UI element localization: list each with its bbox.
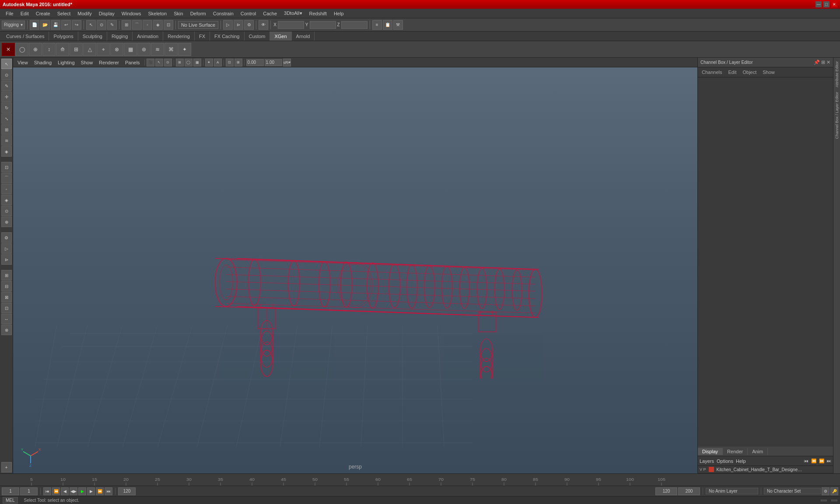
paint-tool[interactable]: ✎ [1, 80, 12, 91]
shelf-tab-fxcaching[interactable]: FX Caching [210, 32, 244, 41]
render-settings-left[interactable]: ⚙ [1, 232, 12, 243]
select-tool[interactable]: ↖ [1, 59, 12, 69]
undo-btn[interactable]: ↩ [61, 20, 71, 30]
menu-constrain[interactable]: Constrain [210, 10, 237, 17]
rotate-tool[interactable]: ↻ [1, 102, 12, 113]
menu-file[interactable]: File [3, 10, 17, 17]
dr-tab-anim[interactable]: Anim [748, 448, 768, 455]
start-frame-input[interactable]: 1 [2, 487, 19, 495]
shelf-icon-6[interactable]: ⊞ [70, 43, 83, 56]
shelf-icon-9[interactable]: ⊗ [110, 43, 123, 56]
quick-layout-3[interactable]: ⊠ [1, 292, 12, 302]
select-tool-btn[interactable]: ↖ [86, 20, 96, 30]
new-scene-btn[interactable]: 📄 [30, 20, 39, 30]
status-field-1[interactable] [821, 500, 827, 501]
channel-box-pin[interactable]: 📌 [814, 60, 820, 65]
shelf-tab-rendering[interactable]: Rendering [163, 32, 195, 41]
vp-menu-show[interactable]: Show [78, 60, 96, 66]
scale-tool[interactable]: ⤡ [1, 113, 12, 124]
paint-select-btn[interactable]: ✎ [107, 20, 117, 30]
vp-btn-texture[interactable]: ▦ [193, 59, 201, 66]
vp-btn-grid[interactable]: ⊞ [234, 59, 242, 66]
menu-skeleton[interactable]: Skeleton [145, 10, 170, 17]
shelf-icon-14[interactable]: ✦ [178, 43, 191, 56]
shelf-icon-10[interactable]: ▦ [124, 43, 137, 56]
gamma-value-2[interactable]: 1.00 [265, 59, 282, 66]
hypergraph[interactable]: ⊗ [1, 325, 12, 335]
save-scene-btn[interactable]: 💾 [51, 20, 60, 30]
go-to-end-btn[interactable]: ⏭ [105, 487, 112, 495]
more-tools[interactable]: + [1, 462, 12, 472]
layer-nav-next[interactable]: ⏩ [819, 458, 824, 463]
timeline-ruler[interactable]: 5 10 15 20 25 30 35 40 45 [0, 474, 840, 486]
anim-layer-dropdown[interactable]: No Anim Layer [706, 488, 758, 494]
shelf-icon-3[interactable]: ⊕ [29, 43, 42, 56]
shelf-tab-animation[interactable]: Animation [133, 32, 163, 41]
snap-point-left[interactable]: ◦ [1, 184, 12, 194]
dr-tab-render[interactable]: Render [723, 448, 748, 455]
vp-menu-panels[interactable]: Panels [122, 60, 143, 66]
layer-nav-end[interactable]: ⏭ [827, 458, 831, 463]
shelf-icon-13[interactable]: ⌘ [164, 43, 178, 56]
options-label[interactable]: Options [717, 458, 733, 464]
menu-create[interactable]: Create [33, 10, 53, 17]
shelf-icon-1[interactable]: ✕ [2, 43, 15, 56]
vp-btn-xray[interactable]: ✦ [205, 59, 213, 66]
shelf-tab-arnold[interactable]: Arnold [292, 32, 315, 41]
z-axis-input[interactable] [341, 21, 368, 29]
vp-menu-renderer[interactable]: Renderer [96, 60, 122, 66]
ipr-left[interactable]: ⊳ [1, 254, 12, 265]
universal-manipulator[interactable]: ⊞ [1, 124, 12, 135]
vp-btn-smooth[interactable]: ◯ [185, 59, 192, 66]
gamma-value-1[interactable]: 0.00 [246, 59, 264, 66]
script-mode-selector[interactable]: MEL [3, 497, 18, 504]
shelf-icon-5[interactable]: ⟰ [56, 43, 69, 56]
menu-edit[interactable]: Edit [18, 10, 32, 17]
vp-btn-camera[interactable]: 🎥 [147, 59, 154, 66]
ch-tab-channels[interactable]: Channels [700, 69, 723, 75]
vp-menu-shading[interactable]: Shading [32, 60, 54, 66]
menu-select[interactable]: Select [54, 10, 74, 17]
mode-dropdown[interactable]: Rigging ▾ [2, 21, 25, 29]
go-to-start-btn[interactable]: ⏮ [43, 487, 51, 495]
ch-tab-edit[interactable]: Edit [727, 69, 738, 75]
shelf-tab-custom[interactable]: Custom [245, 32, 270, 41]
menu-help[interactable]: Help [331, 10, 347, 17]
shelf-icon-7[interactable]: △ [83, 43, 96, 56]
channel-box-side-tab[interactable]: Channel Box / Layer Editor [834, 90, 840, 141]
snap-live[interactable]: ⊙ [1, 206, 12, 216]
end-frame-input-2[interactable]: 120 [655, 487, 677, 495]
channel-box-close[interactable]: ✕ [826, 60, 830, 65]
quick-layout-2[interactable]: ⊟ [1, 281, 12, 291]
vp-btn-aa[interactable]: A [214, 59, 222, 66]
play-fwd-btn[interactable]: ▶ [78, 487, 86, 495]
shelf-icon-2[interactable]: ◯ [15, 43, 28, 56]
step-back-btn[interactable]: ⏪ [52, 487, 60, 495]
snap-pivot[interactable]: ⊕ [1, 217, 12, 227]
redo-btn[interactable]: ↪ [72, 20, 81, 30]
snap-grid-btn[interactable]: ⊞ [122, 20, 131, 30]
ch-tab-object[interactable]: Object [741, 69, 758, 75]
move-tool[interactable]: ✛ [1, 91, 12, 102]
ipr-btn[interactable]: ⊳ [234, 20, 243, 30]
shelf-icon-4[interactable]: ↕ [42, 43, 56, 56]
layer-nav-start[interactable]: ⏮ [804, 458, 808, 463]
char-set-settings-btn[interactable]: ⚙ [822, 487, 830, 495]
menu-3dtoall[interactable]: 3DtoAll▾ [281, 10, 305, 17]
current-frame-input[interactable]: 1 [20, 487, 38, 495]
menu-redshift[interactable]: Redshift [306, 10, 330, 17]
layer-nav-prev[interactable]: ⏪ [811, 458, 816, 463]
snap-view-btn[interactable]: ⊡ [164, 20, 173, 30]
vp-menu-lighting[interactable]: Lighting [55, 60, 77, 66]
close-button[interactable]: ✕ [831, 1, 837, 7]
show-hide-btn[interactable]: 👁 [259, 20, 268, 30]
render-btn[interactable]: ▷ [223, 20, 233, 30]
gamma-selector[interactable]: sRGB gamma▾ [283, 59, 291, 66]
shelf-icon-8[interactable]: ⌖ [97, 43, 110, 56]
play-back-btn[interactable]: ◀▶ [70, 487, 77, 495]
shelf-tab-fx[interactable]: FX [195, 32, 210, 41]
menu-modify[interactable]: Modify [74, 10, 94, 17]
lasso-select-btn[interactable]: ⊙ [97, 20, 106, 30]
vp-menu-view[interactable]: View [15, 60, 31, 66]
menu-windows[interactable]: Windows [119, 10, 144, 17]
